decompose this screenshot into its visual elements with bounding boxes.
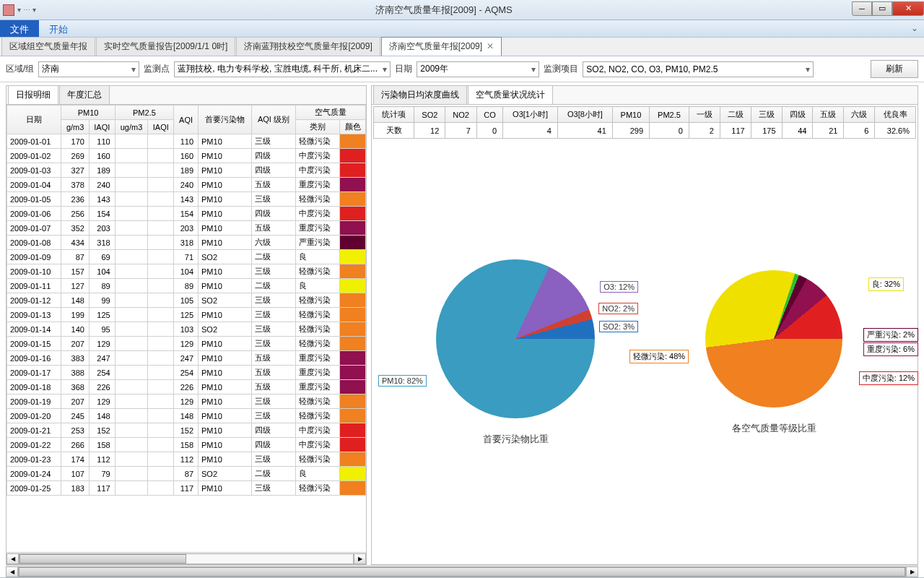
item-label: 监测项目	[544, 63, 578, 75]
file-tab[interactable]: 文件	[0, 20, 39, 37]
sub-tab[interactable]: 日报明细	[8, 85, 58, 104]
right-subtabs: 污染物日均浓度曲线空气质量状况统计	[372, 86, 918, 105]
table-row[interactable]: 2009-01-19207129129PM10三级轻微污染	[7, 394, 366, 409]
window-h-scrollbar[interactable]: ◀ ▶	[6, 565, 918, 577]
scroll-left-icon[interactable]: ◀	[6, 566, 18, 577]
table-row[interactable]: 2009-01-15207129129PM10三级轻微污染	[7, 337, 366, 351]
quick-access-icons: ▾ ⋯ ▾	[17, 6, 36, 14]
date-combo[interactable]: 2009年▾	[417, 61, 539, 77]
station-combo[interactable]: 蓝翔技校, 电力专科学校, 宝胜电缆, 科干所, 机床二...▾	[174, 61, 391, 77]
date-label: 日期	[395, 63, 412, 75]
filter-bar: 区域/组 济南▾ 监测点 蓝翔技校, 电力专科学校, 宝胜电缆, 科干所, 机床…	[0, 56, 924, 82]
doc-tab[interactable]: 济南蓝翔技校空气质量年报[2009]	[236, 37, 380, 56]
table-row[interactable]: 2009-01-23174112112PM10三级轻微污染	[7, 452, 366, 467]
chevron-down-icon: ▾	[803, 64, 810, 74]
ribbon-dropdown-icon[interactable]: ⌄	[905, 20, 924, 37]
left-subtabs: 日报明细年度汇总	[6, 86, 366, 105]
table-row[interactable]: 2009-01-21253152152PM10四级中度污染	[7, 423, 366, 438]
sub-tab[interactable]: 年度汇总	[59, 85, 110, 104]
table-row[interactable]: 2009-01-08434318318PM10六级严重污染	[7, 236, 366, 250]
app-icon	[3, 4, 14, 16]
chevron-down-icon: ▾	[380, 64, 387, 74]
table-row[interactable]: 2009-01-03327189189PM10四级中度污染	[7, 163, 366, 178]
station-label: 监测点	[144, 63, 170, 75]
left-panel: 日报明细年度汇总 日期PM10PM2.5AQI首要污染物AQI 级别空气质量 g…	[6, 85, 367, 565]
table-row[interactable]: 2009-01-1214899105SO2三级轻微污染	[7, 293, 366, 308]
pollutant-pie-chart: 首要污染物比重 O3: 12% NO2: 2% SO2: 3% PM10: 82…	[393, 259, 638, 446]
table-row[interactable]: 2009-01-07352203203PM10五级重度污染	[7, 221, 366, 236]
stats-table: 统计项SO2NO2COO3[1小时]O3[8小时]PM10PM2.5一级二级三级…	[373, 106, 916, 139]
table-row[interactable]: 2009-01-18368226226PM10五级重度污染	[7, 380, 366, 394]
item-combo[interactable]: SO2, NO2, CO, O3, PM10, PM2.5▾	[583, 61, 814, 77]
table-row[interactable]: 2009-01-13199125125PM10三级轻微污染	[7, 308, 366, 322]
table-row[interactable]: 2009-01-01170110110PM10三级轻微污染	[7, 134, 366, 149]
ribbon: 文件 开始 ⌄	[0, 20, 924, 38]
window-title: 济南空气质量年报[2009] - AQMS	[36, 4, 852, 17]
sub-tab[interactable]: 污染物日均浓度曲线	[373, 85, 467, 104]
close-tab-icon[interactable]: ✕	[487, 41, 494, 51]
scroll-right-icon[interactable]: ▶	[906, 566, 918, 577]
scroll-left-icon[interactable]: ◀	[6, 553, 19, 564]
h-scrollbar[interactable]: ◀ ▶	[6, 552, 366, 564]
table-row[interactable]: 2009-01-16383247247PM10五级重度污染	[7, 351, 366, 366]
area-combo[interactable]: 济南▾	[38, 61, 139, 77]
charts-area: 首要污染物比重 O3: 12% NO2: 2% SO2: 3% PM10: 82…	[372, 140, 918, 564]
sub-tab[interactable]: 空气质量状况统计	[468, 85, 553, 104]
scroll-right-icon[interactable]: ▶	[354, 553, 366, 564]
table-row[interactable]: 2009-01-241077987SO2二级良	[7, 467, 366, 481]
table-row[interactable]: 2009-01-1414095103SO2三级轻微污染	[7, 322, 366, 337]
minimize-button[interactable]: ─	[852, 1, 872, 16]
document-tabs: 区域组空气质量年报实时空气质量报告[2009/1/1 0时]济南蓝翔技校空气质量…	[0, 38, 924, 56]
titlebar: ▾ ⋯ ▾ 济南空气质量年报[2009] - AQMS ─ ▭ ✕	[0, 0, 924, 20]
table-row[interactable]: 2009-01-02269160160PM10四级中度污染	[7, 149, 366, 163]
close-button[interactable]: ✕	[892, 1, 924, 16]
table-row[interactable]: 2009-01-25183117117PM10三级轻微污染	[7, 481, 366, 496]
doc-tab[interactable]: 区域组空气质量年报	[1, 37, 95, 56]
table-row[interactable]: 2009-01-10157104104PM10三级轻微污染	[7, 264, 366, 279]
chevron-down-icon: ▾	[528, 64, 536, 74]
doc-tab[interactable]: 济南空气质量年报[2009]✕	[381, 37, 502, 56]
data-grid[interactable]: 日期PM10PM2.5AQI首要污染物AQI 级别空气质量 g/m3IAQIug…	[6, 105, 366, 552]
table-row[interactable]: 2009-01-20245148148PM10三级轻微污染	[7, 409, 366, 423]
start-tab[interactable]: 开始	[39, 20, 78, 37]
quality-level-pie-chart: 各空气质量等级比重 良: 32% 严重污染: 2% 重度污染: 6% 中度污染:…	[651, 270, 897, 435]
table-row[interactable]: 2009-01-05236143143PM10三级轻微污染	[7, 192, 366, 207]
refresh-button[interactable]: 刷新	[871, 60, 918, 78]
doc-tab[interactable]: 实时空气质量报告[2009/1/1 0时]	[96, 37, 235, 56]
table-row[interactable]: 2009-01-111278989PM10二级良	[7, 279, 366, 293]
maximize-button[interactable]: ▭	[872, 1, 892, 16]
area-label: 区域/组	[6, 63, 34, 75]
table-row[interactable]: 2009-01-22266158158PM10四级中度污染	[7, 438, 366, 452]
table-row[interactable]: 2009-01-06256154154PM10四级中度污染	[7, 207, 366, 221]
table-row[interactable]: 2009-01-09876971SO2二级良	[7, 250, 366, 264]
table-row[interactable]: 2009-01-17388254254PM10五级重度污染	[7, 366, 366, 380]
table-row[interactable]: 2009-01-04378240240PM10五级重度污染	[7, 178, 366, 192]
chevron-down-icon: ▾	[128, 64, 136, 74]
right-panel: 污染物日均浓度曲线空气质量状况统计 统计项SO2NO2COO3[1小时]O3[8…	[371, 85, 918, 565]
